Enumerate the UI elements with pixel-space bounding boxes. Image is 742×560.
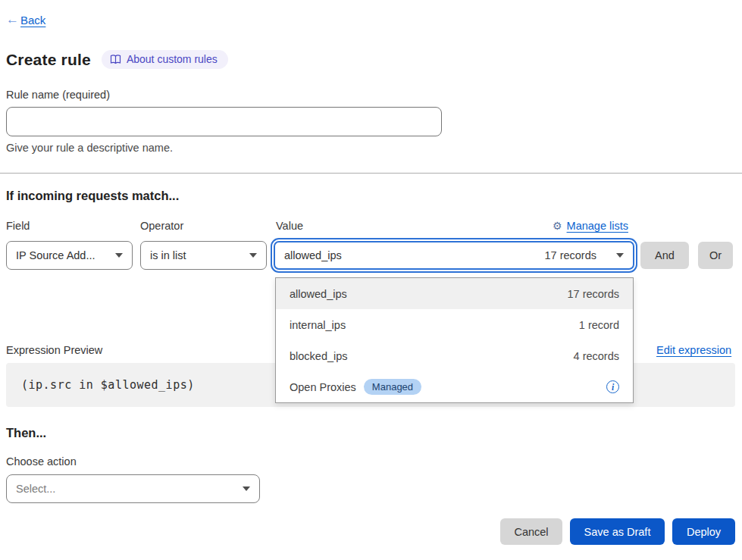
chevron-down-icon xyxy=(616,253,624,258)
back-link-label: Back xyxy=(20,14,45,27)
or-button[interactable]: Or xyxy=(698,242,733,269)
value-combobox-focus-ring: allowed_ips 17 records xyxy=(271,238,637,273)
operator-select[interactable]: is in list xyxy=(140,241,267,270)
match-section-heading: If incoming requests match... xyxy=(6,189,179,203)
list-dropdown-panel: allowed_ips 17 records internal_ips 1 re… xyxy=(275,277,634,403)
value-column-label: Value xyxy=(276,220,303,232)
list-option-name: allowed_ips xyxy=(290,288,347,300)
list-option-records: 17 records xyxy=(567,288,619,300)
deploy-button[interactable]: Deploy xyxy=(672,518,735,545)
managed-badge: Managed xyxy=(364,379,421,395)
rule-name-input[interactable] xyxy=(6,107,442,136)
edit-expression-link[interactable]: Edit expression xyxy=(656,344,731,356)
gear-icon: ⚙ xyxy=(553,221,562,231)
info-icon[interactable]: i xyxy=(606,380,619,393)
field-select-value: IP Source Add... xyxy=(16,249,95,261)
list-option-records: 1 record xyxy=(579,319,619,331)
choose-action-label: Choose action xyxy=(6,455,77,468)
manage-lists-label: Manage lists xyxy=(567,220,628,232)
list-option-allowed-ips[interactable]: allowed_ips 17 records xyxy=(276,278,633,309)
list-option-internal-ips[interactable]: internal_ips 1 record xyxy=(276,309,633,340)
expression-code: (ip.src in $allowed_ips) xyxy=(21,378,195,392)
value-record-count: 17 records xyxy=(544,249,596,261)
action-select[interactable]: Select... xyxy=(6,474,260,503)
about-badge-label: About custom rules xyxy=(127,53,218,65)
save-as-draft-button[interactable]: Save as Draft xyxy=(570,518,665,545)
page-title: Create rule xyxy=(6,51,91,69)
chevron-down-icon xyxy=(115,253,123,258)
back-link[interactable]: ← Back xyxy=(6,12,45,27)
book-icon xyxy=(110,55,121,64)
rule-name-help-text: Give your rule a descriptive name. xyxy=(6,142,173,154)
field-column-label: Field xyxy=(6,220,30,232)
operator-select-value: is in list xyxy=(150,249,186,261)
operator-column-label: Operator xyxy=(140,220,183,232)
list-option-records: 4 records xyxy=(574,350,619,362)
and-button[interactable]: And xyxy=(640,242,689,269)
chevron-down-icon xyxy=(249,253,257,258)
title-row: Create rule About custom rules xyxy=(6,50,228,69)
value-combobox[interactable]: allowed_ips 17 records xyxy=(274,241,634,270)
chevron-down-icon xyxy=(243,486,250,491)
action-select-placeholder: Select... xyxy=(16,483,55,495)
field-select[interactable]: IP Source Add... xyxy=(6,241,133,270)
list-option-blocked-ips[interactable]: blocked_ips 4 records xyxy=(276,340,633,371)
expression-preview-label: Expression Preview xyxy=(6,344,102,356)
value-selected-list: allowed_ips xyxy=(284,249,544,261)
create-rule-page: ← Back Create rule About custom rules Ru… xyxy=(0,0,742,560)
list-option-open-proxies[interactable]: Open Proxies Managed i xyxy=(276,371,633,402)
list-option-name: internal_ips xyxy=(290,319,346,331)
manage-lists-link[interactable]: ⚙ Manage lists xyxy=(553,220,628,232)
back-arrow-icon: ← xyxy=(6,12,19,27)
about-custom-rules-link[interactable]: About custom rules xyxy=(102,50,228,69)
rule-name-label: Rule name (required) xyxy=(6,89,110,101)
list-option-name: Open Proxies xyxy=(290,381,356,393)
then-section-heading: Then... xyxy=(6,426,46,440)
list-option-name: blocked_ips xyxy=(290,350,348,362)
cancel-button[interactable]: Cancel xyxy=(500,518,562,545)
section-divider xyxy=(0,173,742,174)
